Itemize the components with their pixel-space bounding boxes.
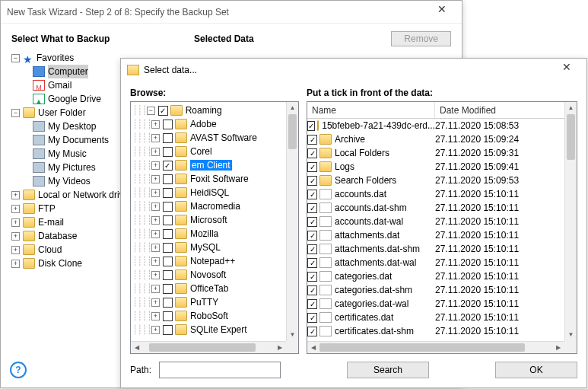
expand-icon[interactable]: + bbox=[151, 298, 160, 307]
tree-network[interactable]: Local or Network drive bbox=[38, 188, 129, 202]
expand-icon[interactable]: + bbox=[11, 205, 20, 213]
checkbox[interactable] bbox=[307, 258, 317, 268]
scroll-thumb[interactable] bbox=[149, 343, 256, 352]
checkbox[interactable] bbox=[163, 174, 173, 184]
scroll-thumb[interactable] bbox=[567, 114, 575, 160]
file-row[interactable]: attachments.dat-shm27.11.2020 15:10:11 bbox=[307, 242, 564, 256]
path-input[interactable] bbox=[159, 362, 281, 378]
tree-node-label[interactable]: Macromedia bbox=[190, 201, 240, 212]
tree-node[interactable]: ┊┊┊┊+Macromedia bbox=[132, 199, 286, 213]
tree-node-label[interactable]: MySQL bbox=[190, 242, 221, 253]
checkbox[interactable] bbox=[307, 299, 317, 309]
checkbox[interactable] bbox=[163, 161, 173, 171]
tree-node[interactable]: ┊┊┊┊+em Client bbox=[132, 158, 286, 172]
checkbox[interactable] bbox=[163, 215, 173, 225]
checkbox[interactable] bbox=[307, 203, 317, 213]
file-row[interactable]: categories.dat-wal27.11.2020 15:10:11 bbox=[307, 297, 564, 311]
scroll-right-icon[interactable]: ▶ bbox=[552, 342, 564, 353]
tree-node[interactable]: ┊┊┊┊+Novosoft bbox=[132, 268, 286, 282]
tree-node[interactable]: ┊┊┊┊+Foxit Software bbox=[132, 172, 286, 186]
tree-node[interactable]: ┊┊┊┊+PuTTY bbox=[132, 295, 286, 309]
tree-node[interactable]: ┊┊┊┊+HeidiSQL bbox=[132, 186, 286, 199]
tree-node[interactable]: ┊┊┊┊+OfficeTab bbox=[132, 282, 286, 295]
checkbox[interactable] bbox=[163, 311, 173, 321]
file-row[interactable]: Search Folders27.11.2020 15:09:53 bbox=[307, 174, 564, 187]
checkbox[interactable] bbox=[307, 162, 317, 172]
expand-icon[interactable]: + bbox=[11, 232, 20, 241]
close-icon[interactable]: ✕ bbox=[553, 59, 580, 81]
expand-icon[interactable]: + bbox=[151, 134, 160, 142]
expand-icon[interactable]: + bbox=[11, 260, 20, 268]
tree-desktop[interactable]: My Desktop bbox=[48, 120, 96, 133]
tree-music[interactable]: My Music bbox=[48, 147, 87, 161]
tree-node-label[interactable]: em Client bbox=[190, 160, 232, 171]
expand-icon[interactable]: + bbox=[151, 216, 160, 225]
scroll-up-icon[interactable]: ▲ bbox=[287, 102, 298, 114]
checkbox[interactable] bbox=[163, 147, 173, 157]
tree-gmail[interactable]: Gmail bbox=[48, 78, 72, 92]
tree-node[interactable]: ┊┊┊┊+AVAST Software bbox=[132, 131, 286, 145]
tree-node-label[interactable]: PuTTY bbox=[190, 297, 218, 308]
column-name[interactable]: Name bbox=[307, 102, 435, 118]
search-button[interactable]: Search bbox=[347, 362, 429, 378]
expand-icon[interactable]: + bbox=[151, 202, 160, 211]
tree-favorites[interactable]: Favorites bbox=[37, 51, 74, 65]
tree-node[interactable]: ┊┊┊┊+Mozilla bbox=[132, 227, 286, 241]
scrollbar-vertical[interactable]: ▲▼ bbox=[564, 102, 577, 341]
tree-node-label[interactable]: Foxit Software bbox=[190, 174, 249, 184]
tree-node[interactable]: ┊┊┊┊+RoboSoft bbox=[132, 309, 286, 323]
tree-diskclone[interactable]: Disk Clone bbox=[38, 257, 82, 270]
expand-icon[interactable]: + bbox=[151, 230, 160, 238]
tree-node-label[interactable]: Adobe bbox=[190, 119, 217, 129]
checkbox[interactable] bbox=[307, 244, 317, 254]
tree-node[interactable]: ┊┊┊┊+SQLite Expert bbox=[132, 323, 286, 336]
checkbox[interactable] bbox=[307, 148, 317, 158]
expand-icon[interactable]: + bbox=[151, 326, 160, 334]
tree-email[interactable]: E-mail bbox=[38, 215, 64, 229]
scrollbar-vertical[interactable]: ▲▼ bbox=[286, 102, 298, 341]
scroll-right-icon[interactable]: ▶ bbox=[274, 342, 286, 353]
tree-node[interactable]: ┊┊┊┊+Corel bbox=[132, 145, 286, 158]
help-button[interactable]: ? bbox=[10, 362, 27, 378]
scroll-thumb[interactable] bbox=[319, 343, 525, 352]
tree-userfolder[interactable]: User Folder bbox=[38, 106, 86, 120]
checkbox[interactable] bbox=[163, 202, 173, 212]
collapse-icon[interactable]: − bbox=[11, 109, 20, 117]
file-row[interactable]: accounts.dat-shm27.11.2020 15:10:11 bbox=[307, 201, 564, 215]
file-row[interactable]: certificates.dat27.11.2020 15:10:11 bbox=[307, 311, 564, 324]
checkbox[interactable] bbox=[307, 285, 317, 295]
close-icon[interactable]: ✕ bbox=[428, 2, 456, 23]
tree-computer[interactable]: Computer bbox=[48, 65, 88, 78]
expand-icon[interactable]: + bbox=[151, 175, 160, 183]
scroll-left-icon[interactable]: ◀ bbox=[131, 342, 143, 353]
tree-documents[interactable]: My Documents bbox=[48, 133, 109, 147]
file-row[interactable]: attachments.dat27.11.2020 15:10:11 bbox=[307, 228, 564, 242]
scroll-down-icon[interactable]: ▼ bbox=[565, 329, 577, 341]
tree-node-label[interactable]: AVAST Software bbox=[190, 132, 257, 143]
tree-node-roaming[interactable]: Roaming bbox=[186, 105, 222, 116]
file-row[interactable]: categories.dat-shm27.11.2020 15:10:11 bbox=[307, 283, 564, 297]
tree-ftp[interactable]: FTP bbox=[38, 202, 56, 215]
tree-node-label[interactable]: SQLite Expert bbox=[190, 324, 247, 335]
checkbox[interactable] bbox=[163, 188, 173, 198]
scrollbar-horizontal[interactable]: ◀▶ bbox=[307, 341, 564, 353]
checkbox[interactable] bbox=[307, 313, 317, 323]
expand-icon[interactable]: + bbox=[11, 218, 20, 227]
file-row[interactable]: accounts.dat27.11.2020 15:10:11 bbox=[307, 187, 564, 201]
expand-icon[interactable]: + bbox=[11, 246, 20, 254]
scroll-thumb[interactable] bbox=[288, 114, 297, 149]
expand-icon[interactable]: + bbox=[151, 148, 160, 156]
collapse-icon[interactable]: − bbox=[11, 54, 20, 62]
tree-node[interactable]: ┊┊┊┊+MySQL bbox=[132, 241, 286, 254]
checkbox[interactable] bbox=[307, 217, 317, 227]
checkbox[interactable] bbox=[163, 298, 173, 308]
ok-button[interactable]: OK bbox=[495, 362, 577, 378]
expand-icon[interactable]: + bbox=[151, 312, 160, 320]
file-row[interactable]: Logs27.11.2020 15:09:41 bbox=[307, 160, 564, 174]
checkbox[interactable] bbox=[163, 229, 173, 239]
checkbox[interactable] bbox=[163, 257, 173, 266]
expand-icon[interactable]: + bbox=[151, 244, 160, 252]
file-row[interactable]: accounts.dat-wal27.11.2020 15:10:11 bbox=[307, 215, 564, 228]
tree-node[interactable]: ┊┊┊┊+Microsoft bbox=[132, 213, 286, 227]
tree-videos[interactable]: My Videos bbox=[48, 174, 91, 188]
